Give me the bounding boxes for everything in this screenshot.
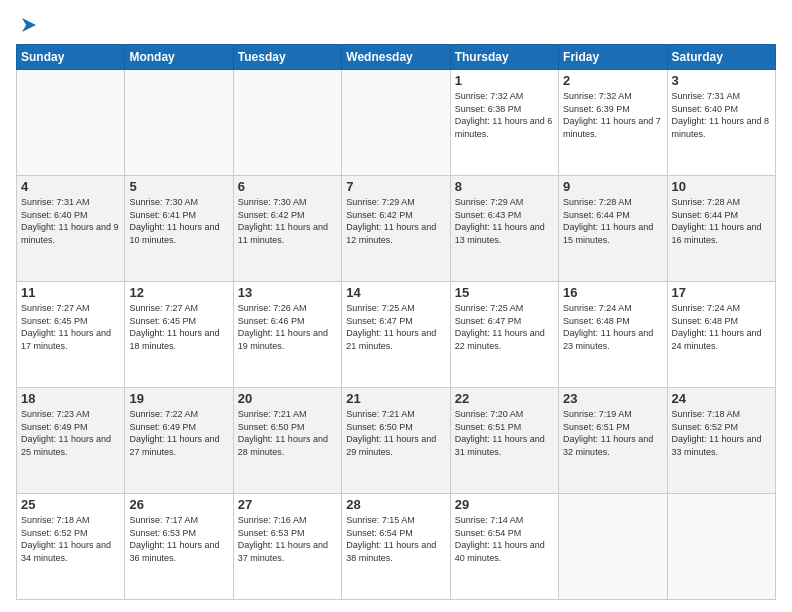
day-info: Sunrise: 7:32 AM Sunset: 6:39 PM Dayligh… xyxy=(563,90,662,140)
day-header-sunday: Sunday xyxy=(17,45,125,70)
day-number: 20 xyxy=(238,391,337,406)
day-cell: 7Sunrise: 7:29 AM Sunset: 6:42 PM Daylig… xyxy=(342,176,450,282)
logo xyxy=(16,12,40,36)
day-info: Sunrise: 7:22 AM Sunset: 6:49 PM Dayligh… xyxy=(129,408,228,458)
header-row: SundayMondayTuesdayWednesdayThursdayFrid… xyxy=(17,45,776,70)
day-info: Sunrise: 7:27 AM Sunset: 6:45 PM Dayligh… xyxy=(129,302,228,352)
day-cell: 10Sunrise: 7:28 AM Sunset: 6:44 PM Dayli… xyxy=(667,176,775,282)
day-number: 27 xyxy=(238,497,337,512)
day-number: 5 xyxy=(129,179,228,194)
day-number: 16 xyxy=(563,285,662,300)
day-info: Sunrise: 7:30 AM Sunset: 6:42 PM Dayligh… xyxy=(238,196,337,246)
day-cell: 25Sunrise: 7:18 AM Sunset: 6:52 PM Dayli… xyxy=(17,494,125,600)
week-row-1: 1Sunrise: 7:32 AM Sunset: 6:38 PM Daylig… xyxy=(17,70,776,176)
day-number: 2 xyxy=(563,73,662,88)
day-cell: 27Sunrise: 7:16 AM Sunset: 6:53 PM Dayli… xyxy=(233,494,341,600)
day-info: Sunrise: 7:15 AM Sunset: 6:54 PM Dayligh… xyxy=(346,514,445,564)
logo-arrow-icon xyxy=(18,14,40,36)
day-info: Sunrise: 7:31 AM Sunset: 6:40 PM Dayligh… xyxy=(21,196,120,246)
day-number: 28 xyxy=(346,497,445,512)
day-cell: 1Sunrise: 7:32 AM Sunset: 6:38 PM Daylig… xyxy=(450,70,558,176)
day-number: 7 xyxy=(346,179,445,194)
day-number: 10 xyxy=(672,179,771,194)
day-number: 12 xyxy=(129,285,228,300)
week-row-5: 25Sunrise: 7:18 AM Sunset: 6:52 PM Dayli… xyxy=(17,494,776,600)
day-number: 3 xyxy=(672,73,771,88)
day-number: 14 xyxy=(346,285,445,300)
day-header-friday: Friday xyxy=(559,45,667,70)
day-cell: 13Sunrise: 7:26 AM Sunset: 6:46 PM Dayli… xyxy=(233,282,341,388)
week-row-2: 4Sunrise: 7:31 AM Sunset: 6:40 PM Daylig… xyxy=(17,176,776,282)
day-cell xyxy=(342,70,450,176)
header xyxy=(16,12,776,36)
day-number: 13 xyxy=(238,285,337,300)
day-info: Sunrise: 7:26 AM Sunset: 6:46 PM Dayligh… xyxy=(238,302,337,352)
day-info: Sunrise: 7:21 AM Sunset: 6:50 PM Dayligh… xyxy=(346,408,445,458)
calendar-body: 1Sunrise: 7:32 AM Sunset: 6:38 PM Daylig… xyxy=(17,70,776,600)
day-number: 22 xyxy=(455,391,554,406)
day-cell: 12Sunrise: 7:27 AM Sunset: 6:45 PM Dayli… xyxy=(125,282,233,388)
day-header-monday: Monday xyxy=(125,45,233,70)
day-number: 6 xyxy=(238,179,337,194)
day-number: 26 xyxy=(129,497,228,512)
day-cell: 24Sunrise: 7:18 AM Sunset: 6:52 PM Dayli… xyxy=(667,388,775,494)
day-cell: 21Sunrise: 7:21 AM Sunset: 6:50 PM Dayli… xyxy=(342,388,450,494)
day-number: 8 xyxy=(455,179,554,194)
day-number: 21 xyxy=(346,391,445,406)
day-header-wednesday: Wednesday xyxy=(342,45,450,70)
day-cell: 15Sunrise: 7:25 AM Sunset: 6:47 PM Dayli… xyxy=(450,282,558,388)
day-number: 17 xyxy=(672,285,771,300)
day-cell xyxy=(667,494,775,600)
day-info: Sunrise: 7:28 AM Sunset: 6:44 PM Dayligh… xyxy=(672,196,771,246)
day-info: Sunrise: 7:31 AM Sunset: 6:40 PM Dayligh… xyxy=(672,90,771,140)
day-info: Sunrise: 7:29 AM Sunset: 6:43 PM Dayligh… xyxy=(455,196,554,246)
day-info: Sunrise: 7:18 AM Sunset: 6:52 PM Dayligh… xyxy=(21,514,120,564)
day-cell xyxy=(559,494,667,600)
day-info: Sunrise: 7:14 AM Sunset: 6:54 PM Dayligh… xyxy=(455,514,554,564)
day-info: Sunrise: 7:30 AM Sunset: 6:41 PM Dayligh… xyxy=(129,196,228,246)
day-number: 29 xyxy=(455,497,554,512)
day-cell: 22Sunrise: 7:20 AM Sunset: 6:51 PM Dayli… xyxy=(450,388,558,494)
day-cell xyxy=(125,70,233,176)
day-number: 19 xyxy=(129,391,228,406)
day-info: Sunrise: 7:18 AM Sunset: 6:52 PM Dayligh… xyxy=(672,408,771,458)
day-info: Sunrise: 7:20 AM Sunset: 6:51 PM Dayligh… xyxy=(455,408,554,458)
day-cell: 26Sunrise: 7:17 AM Sunset: 6:53 PM Dayli… xyxy=(125,494,233,600)
day-info: Sunrise: 7:24 AM Sunset: 6:48 PM Dayligh… xyxy=(672,302,771,352)
day-info: Sunrise: 7:25 AM Sunset: 6:47 PM Dayligh… xyxy=(455,302,554,352)
day-cell: 18Sunrise: 7:23 AM Sunset: 6:49 PM Dayli… xyxy=(17,388,125,494)
day-cell: 8Sunrise: 7:29 AM Sunset: 6:43 PM Daylig… xyxy=(450,176,558,282)
day-cell: 23Sunrise: 7:19 AM Sunset: 6:51 PM Dayli… xyxy=(559,388,667,494)
day-cell: 6Sunrise: 7:30 AM Sunset: 6:42 PM Daylig… xyxy=(233,176,341,282)
day-cell xyxy=(233,70,341,176)
day-number: 24 xyxy=(672,391,771,406)
day-info: Sunrise: 7:29 AM Sunset: 6:42 PM Dayligh… xyxy=(346,196,445,246)
day-cell: 17Sunrise: 7:24 AM Sunset: 6:48 PM Dayli… xyxy=(667,282,775,388)
day-number: 18 xyxy=(21,391,120,406)
day-info: Sunrise: 7:24 AM Sunset: 6:48 PM Dayligh… xyxy=(563,302,662,352)
day-info: Sunrise: 7:28 AM Sunset: 6:44 PM Dayligh… xyxy=(563,196,662,246)
day-cell: 9Sunrise: 7:28 AM Sunset: 6:44 PM Daylig… xyxy=(559,176,667,282)
day-cell xyxy=(17,70,125,176)
day-info: Sunrise: 7:19 AM Sunset: 6:51 PM Dayligh… xyxy=(563,408,662,458)
page: SundayMondayTuesdayWednesdayThursdayFrid… xyxy=(0,0,792,612)
day-number: 9 xyxy=(563,179,662,194)
day-cell: 16Sunrise: 7:24 AM Sunset: 6:48 PM Dayli… xyxy=(559,282,667,388)
day-info: Sunrise: 7:32 AM Sunset: 6:38 PM Dayligh… xyxy=(455,90,554,140)
day-info: Sunrise: 7:23 AM Sunset: 6:49 PM Dayligh… xyxy=(21,408,120,458)
day-info: Sunrise: 7:17 AM Sunset: 6:53 PM Dayligh… xyxy=(129,514,228,564)
day-cell: 19Sunrise: 7:22 AM Sunset: 6:49 PM Dayli… xyxy=(125,388,233,494)
day-cell: 14Sunrise: 7:25 AM Sunset: 6:47 PM Dayli… xyxy=(342,282,450,388)
day-cell: 3Sunrise: 7:31 AM Sunset: 6:40 PM Daylig… xyxy=(667,70,775,176)
day-cell: 11Sunrise: 7:27 AM Sunset: 6:45 PM Dayli… xyxy=(17,282,125,388)
day-number: 11 xyxy=(21,285,120,300)
day-number: 15 xyxy=(455,285,554,300)
day-info: Sunrise: 7:25 AM Sunset: 6:47 PM Dayligh… xyxy=(346,302,445,352)
day-header-tuesday: Tuesday xyxy=(233,45,341,70)
day-header-saturday: Saturday xyxy=(667,45,775,70)
week-row-3: 11Sunrise: 7:27 AM Sunset: 6:45 PM Dayli… xyxy=(17,282,776,388)
day-number: 4 xyxy=(21,179,120,194)
day-header-thursday: Thursday xyxy=(450,45,558,70)
day-cell: 29Sunrise: 7:14 AM Sunset: 6:54 PM Dayli… xyxy=(450,494,558,600)
day-cell: 4Sunrise: 7:31 AM Sunset: 6:40 PM Daylig… xyxy=(17,176,125,282)
